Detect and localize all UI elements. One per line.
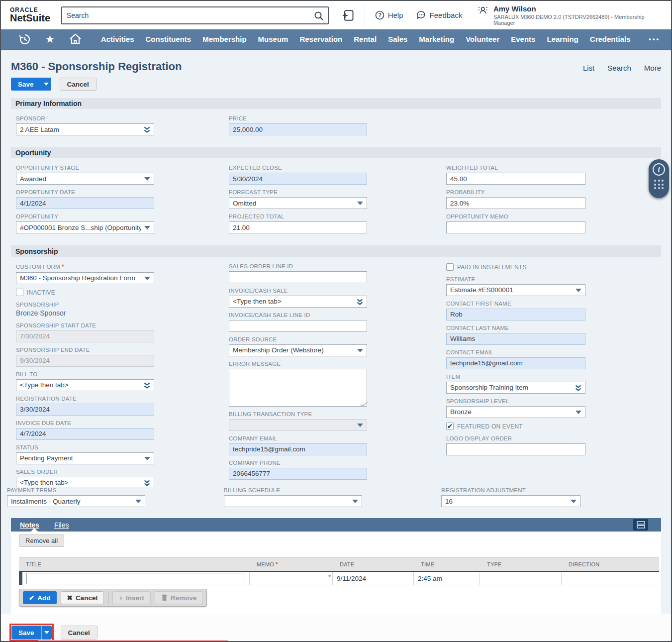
paid-in-installments-checkbox[interactable] — [446, 263, 454, 271]
company-phone-field: COMPANY PHONE — [229, 460, 367, 480]
registration-date-input[interactable] — [16, 404, 154, 416]
time-cell[interactable]: 2:45 am — [414, 572, 480, 585]
opportunity-date-input[interactable] — [16, 197, 154, 209]
row-cancel-button[interactable]: ✖Cancel — [61, 591, 104, 604]
invoice-due-date-input[interactable] — [16, 428, 154, 440]
remove-all-button[interactable]: Remove all — [19, 535, 64, 547]
contact-last-name-input[interactable] — [446, 333, 585, 345]
custom-form-select[interactable]: M360 - Sponsorship Registration Form — [16, 272, 154, 284]
company-phone-input[interactable] — [229, 468, 367, 480]
bill-to-multiselect[interactable]: <Type then tab> — [16, 379, 154, 391]
logo-display-order-input[interactable] — [446, 443, 585, 455]
help-button[interactable]: ? Help — [375, 10, 403, 20]
col-date: DATE — [333, 561, 414, 567]
nav-item-volunteer[interactable]: Volunteer — [466, 35, 499, 43]
nav-item-museum[interactable]: Museum — [258, 35, 288, 43]
contact-first-name-input[interactable] — [446, 309, 585, 321]
shortcuts-star-icon[interactable]: ★ — [45, 34, 55, 44]
nav-item-marketing[interactable]: Marketing — [419, 35, 454, 43]
error-message-textarea[interactable] — [229, 369, 367, 407]
search-input[interactable] — [62, 7, 328, 23]
help-widget[interactable]: i — [649, 159, 669, 198]
price-input[interactable] — [229, 123, 367, 135]
search-icon[interactable] — [314, 11, 324, 21]
nav-item-learning[interactable]: Learning — [547, 35, 578, 43]
user-menu[interactable]: Amy Wilson SARALUX M360 DEMO 2.0 (TSTDRV… — [477, 4, 664, 26]
nav-item-membership[interactable]: Membership — [202, 35, 246, 43]
nav-item-events[interactable]: Events — [511, 35, 535, 43]
nav-item-sales[interactable]: Sales — [388, 35, 407, 43]
home-icon[interactable] — [69, 33, 82, 45]
nav-item-reservation[interactable]: Reservation — [299, 35, 342, 43]
type-cell[interactable] — [480, 572, 562, 585]
feedback-button[interactable]: Feedback — [416, 10, 463, 20]
opportunity-stage-select[interactable]: Awarded — [16, 173, 154, 185]
weighted-total-input[interactable] — [446, 173, 585, 185]
grid-dots-icon[interactable] — [654, 180, 664, 189]
nav-item-rental[interactable]: Rental — [354, 35, 377, 43]
note-title-input[interactable] — [26, 573, 245, 584]
quick-add-icon[interactable] — [342, 9, 354, 22]
remove-button[interactable]: Remove — [155, 591, 203, 604]
sponsorship-level-field: SPONSORSHIP LEVEL Bronze — [446, 398, 585, 418]
memo-cell[interactable]: * — [250, 572, 333, 585]
page-link-more[interactable]: More — [644, 64, 661, 72]
company-email-input[interactable] — [229, 443, 367, 455]
subtab-bar: Notes Files — [11, 518, 661, 532]
sales-order-multiselect[interactable]: <Type then tab> — [16, 477, 154, 487]
save-button[interactable]: Save — [11, 78, 41, 91]
info-icon[interactable]: i — [653, 163, 665, 176]
inactive-checkbox[interactable] — [16, 289, 23, 296]
probability-input[interactable] — [446, 197, 585, 209]
row-action-buttons: ✔Add ✖Cancel +Insert Remove — [19, 589, 207, 607]
nav-item-activities[interactable]: Activities — [101, 35, 134, 43]
recent-records-icon[interactable] — [19, 33, 31, 45]
page-link-list[interactable]: List — [583, 64, 594, 72]
order-source-select[interactable]: Membership Order (Webstore) — [229, 344, 367, 356]
featured-on-event-checkbox[interactable]: ✔ — [446, 423, 454, 430]
netsuite-logo[interactable]: ORACLE NetSuite — [10, 7, 57, 24]
sponsor-multiselect[interactable]: 2 AEE Latam — [16, 123, 154, 135]
expected-close-input[interactable] — [229, 173, 367, 185]
plus-icon: + — [119, 594, 123, 602]
page-link-search[interactable]: Search — [607, 64, 631, 72]
forecast-type-select[interactable]: Omitted — [229, 197, 367, 209]
date-cell[interactable]: 9/11/2024 — [333, 572, 414, 585]
projected-total-input[interactable] — [229, 221, 367, 233]
chevron-down-icon — [44, 83, 49, 86]
nav-item-constituents[interactable]: Constituents — [146, 35, 192, 43]
nav-item-credentials[interactable]: Credentials — [590, 35, 631, 43]
page-content: M360 - Sponsorship Registration ListSear… — [1, 50, 671, 642]
help-label: Help — [388, 11, 403, 19]
sponsorship-level-select[interactable]: Bronze — [446, 406, 585, 418]
opportunity-memo-input[interactable] — [446, 221, 585, 233]
list-view-button[interactable] — [633, 519, 648, 531]
registration-adjustment-select[interactable]: 16 — [441, 495, 580, 507]
save-menu-button[interactable] — [41, 78, 51, 91]
insert-button[interactable]: +Insert — [112, 591, 151, 604]
invoice-cash-sale-multiselect[interactable]: <Type then tab> — [229, 296, 367, 308]
sponsorship-link[interactable]: Bronze Sponsor — [16, 309, 154, 317]
invoice-cash-sale-line-id-input[interactable] — [229, 320, 367, 332]
cancel-button[interactable]: Cancel — [60, 78, 96, 91]
price-field: PRICE — [229, 115, 367, 135]
status-select[interactable]: Pending Payment — [16, 452, 154, 464]
sales-order-line-id-input[interactable] — [229, 271, 367, 283]
footer-save-menu-button[interactable] — [41, 626, 52, 640]
billing-schedule-select[interactable] — [224, 495, 362, 507]
contact-email-input[interactable] — [446, 357, 585, 369]
estimate-select[interactable]: Estimate #ES000001 — [446, 284, 585, 296]
add-button[interactable]: ✔Add — [23, 591, 57, 604]
chevron-down-icon — [357, 202, 363, 205]
expected-close-field: EXPECTED CLOSE — [229, 165, 367, 185]
footer-bar: Save Cancel — [1, 614, 671, 642]
footer-save-button[interactable]: Save — [11, 626, 41, 640]
tab-files[interactable]: Files — [54, 521, 69, 529]
footer-cancel-button[interactable]: Cancel — [61, 626, 97, 640]
opportunity-select[interactable]: #OP000001 Bronze S...ship (Opportunity) — [16, 221, 154, 233]
payment-terms-select[interactable]: Installments - Quarterly — [7, 495, 145, 507]
direction-cell[interactable] — [562, 572, 659, 585]
item-multiselect[interactable]: Sponsorship Training Item — [446, 382, 585, 394]
contact-first-name-field: CONTACT FIRST NAME — [446, 301, 585, 321]
nav-more-button[interactable]: ••• — [649, 35, 663, 43]
